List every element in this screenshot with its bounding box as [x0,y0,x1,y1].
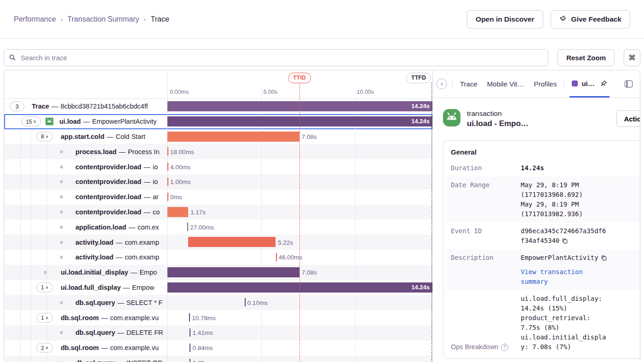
trace-row[interactable]: 2∧db.sql.room—com.example.vu0.84ms [4,340,432,356]
trace-row[interactable]: ui.load.initial_display—Empo7.08s [4,265,432,280]
value-line: f34af45340 [521,236,640,246]
view-transaction-summary-link[interactable]: View transactionsummary [521,267,640,287]
duration-bar[interactable] [167,267,299,277]
trace-row[interactable]: application.load—com.ex27.00ms [4,219,432,235]
reset-zoom-button[interactable]: Reset Zoom [558,49,615,66]
shortcuts-button[interactable]: ⌘ [624,49,640,66]
span-description: SELECT * F [126,299,163,306]
span-description: INSERT OR [126,359,162,362]
trace-row[interactable]: activity.load—com.examp5.22s [4,235,432,250]
span-count-badge[interactable]: 2∧ [36,343,53,353]
duration-bar[interactable] [188,237,276,247]
link-line: View transaction [521,267,640,277]
op-separator: — [123,284,130,291]
badge-count: 1 [41,315,44,321]
trace-row[interactable]: contentprovider.load—ar0ms [4,190,432,205]
tree-cell: 8∧app.start.cold—Cold Start [4,129,167,144]
span-count-badge[interactable]: 1∧ [36,313,53,322]
pin-icon[interactable] [600,80,607,87]
span-op: ui.load.full_display [61,284,121,291]
tree-cell: db.sql.query—SELECT * F [4,295,167,310]
duration-tick[interactable] [167,178,168,186]
span-row-label: ui.load—EmpowerPlantActivity [59,118,156,125]
duration-tick[interactable] [190,328,190,337]
duration-bar[interactable] [167,132,299,142]
tree-guide-line [20,114,21,362]
tab-transaction-active[interactable]: ui… [569,70,609,98]
duration-tick[interactable] [276,253,277,261]
span-count-badge[interactable]: 15∨ [21,117,41,126]
value-line: 14.24s [521,163,640,173]
span-count-badge[interactable]: 3 [10,102,24,111]
card-row-value: 14.24s [521,163,640,173]
axis-tick-label: 0.00ms [170,89,189,95]
trace-row[interactable]: db.sql.query—INSERT OR0.70ms [4,356,432,362]
help-icon[interactable]: ? [501,344,508,351]
duration-tick[interactable] [167,162,168,171]
actions-button[interactable]: Actions ∨ [616,110,640,127]
trace-row[interactable]: contentprovider.load—io1.00ms [4,174,432,190]
trace-row[interactable]: 15∨ui.load—EmpowerPlantActivity14.24s [4,114,432,129]
duration-bar[interactable]: 14.24s [167,282,432,293]
chart-cell: 27.00ms [167,219,432,235]
layout-dock-left-button[interactable] [625,80,632,87]
trace-row[interactable]: 1∧ui.load.full_display—Empow14.24s [4,280,432,295]
card-row-value: EmpowerPlantActivityView transactionsumm… [521,253,640,287]
duration-tick[interactable] [189,313,190,322]
give-feedback-button[interactable]: Give Feedback [551,10,630,29]
span-row-label: db.sql.room—com.example.vu [61,344,159,351]
op-separator: — [101,344,108,351]
duration-label: 18.00ms [170,148,194,155]
duration-tick[interactable] [167,193,168,201]
card-row-key: Duration [451,163,521,173]
duration-label: 1.41ms [192,329,213,336]
trace-row[interactable]: 1∧db.sql.room—com.example.vu10.78ms [4,310,432,325]
trace-row[interactable]: process.load—Process In18.00ms [4,144,432,159]
trace-row[interactable]: contentprovider.load—io4.00ms [4,159,432,174]
duration-tick[interactable] [190,359,190,362]
tree-cell: 1∧ui.load.full_display—Empow [4,280,167,295]
span-count-badge[interactable]: 8∧ [36,132,53,141]
duration-tick[interactable] [245,298,246,306]
card-row-value: d96eca345c724667a35df6f34af45340 [521,226,640,246]
duration-bar[interactable]: 14.24s [167,116,432,126]
copy-icon[interactable] [562,238,568,244]
duration-tick[interactable] [187,223,188,231]
duration-label: 5.22s [278,239,293,246]
tab-profiles[interactable]: Profiles [531,80,559,88]
span-description: EmpowerPlantActivity [92,118,156,125]
span-row-label: db.sql.room—com.example.vu [61,314,159,322]
span-count-badge[interactable]: 1∧ [36,282,53,292]
tree-cell: contentprovider.load—ar [4,190,167,205]
trace-row[interactable]: 3Trace—8cbbcd38721b415ab6cbdc4ff14.24s [4,99,432,114]
duration-bar[interactable]: 14.24s [167,101,432,111]
breadcrumb-performance[interactable]: Performance [14,15,56,23]
op-separator: — [52,103,58,110]
duration-tick[interactable] [190,344,190,352]
copy-icon[interactable] [601,255,607,261]
link-line: summary [521,277,640,287]
chart-cell: 18.00ms [167,144,432,159]
tab-mobile-vitals[interactable]: Mobile Vit… [485,80,527,88]
search-input[interactable] [4,49,548,66]
trace-row[interactable]: activity.load—com.examp46.00ms [4,250,432,265]
megaphone-icon [559,14,567,24]
duration-tick[interactable] [167,147,168,155]
span-op: ui.load.initial_display [61,269,128,276]
span-description: com.examp [125,253,159,261]
card-key-label: Ops Breakdown [451,342,498,352]
tree-cell: contentprovider.load—co [4,205,167,220]
collapse-panel-button[interactable]: › [437,79,447,89]
trace-row[interactable]: contentprovider.load—co1.17s [4,205,432,220]
tree-cell: db.sql.query—DELETE FR [4,325,167,340]
open-in-discover-button[interactable]: Open in Discover [467,10,543,29]
trace-row[interactable]: 8∧app.start.cold—Cold Start7.08s [4,129,432,144]
trace-row[interactable]: db.sql.query—DELETE FR1.41ms [4,325,432,340]
breadcrumb-transaction-summary[interactable]: Transaction Summary [68,15,139,23]
op-separator: — [144,208,150,216]
tab-trace[interactable]: Trace [458,80,480,88]
transaction-title: ui.load - Empo… [467,119,529,128]
trace-row[interactable]: db.sql.query—SELECT * F0.10ms [4,295,432,310]
duration-bar[interactable] [167,207,188,217]
chart-cell: 0.84ms [167,340,432,356]
